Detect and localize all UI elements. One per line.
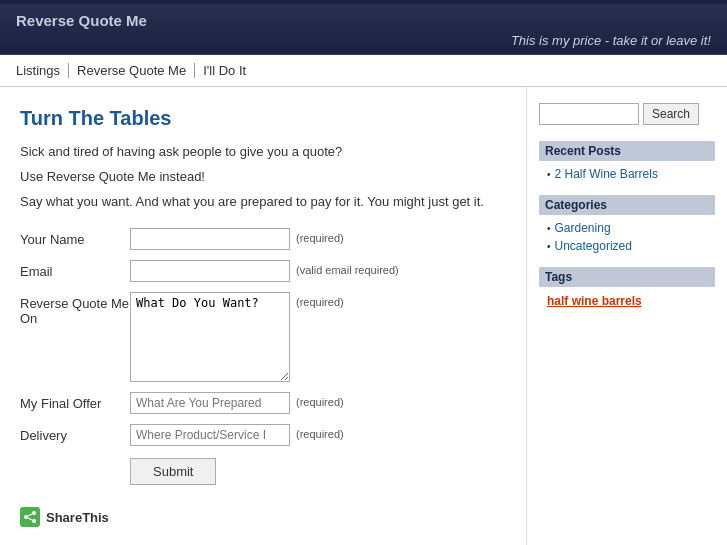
categories-title: Categories [539,195,715,215]
input-final-offer[interactable] [130,392,290,414]
input-name[interactable] [130,228,290,250]
label-final-offer: My Final Offer [20,392,130,411]
input-wrap-email: (valid email required) [130,260,399,282]
category-item-uncategorized: • Uncategorized [547,239,715,253]
form-row-delivery: Delivery (required) [20,424,506,446]
header-subtitle: This is my price - take it or leave it! [16,33,711,48]
categories-list: • Gardening • Uncategorized [539,221,715,253]
sharethis-label: ShareThis [46,510,109,525]
input-reverse-quote[interactable]: What Do You Want? [130,292,290,382]
input-wrap-reverse-quote: What Do You Want? (required) [130,292,344,382]
hint-final-offer: (required) [296,392,344,408]
recent-post-item: • 2 Half Wine Barrels [547,167,715,181]
content-area: Turn The Tables Sick and tired of having… [0,87,527,545]
recent-posts-list: • 2 Half Wine Barrels [539,167,715,181]
nav-reverse-quote-me[interactable]: Reverse Quote Me [69,63,195,78]
category-item-gardening: • Gardening [547,221,715,235]
form-row-final-offer: My Final Offer (required) [20,392,506,414]
input-delivery[interactable] [130,424,290,446]
search-row: Search [539,103,715,125]
hint-reverse-quote: (required) [296,292,344,308]
form-section: Your Name (required) Email (valid email … [20,228,506,485]
svg-line-4 [28,518,32,520]
hint-delivery: (required) [296,424,344,440]
form-row-reverse-quote: Reverse Quote Me On What Do You Want? (r… [20,292,506,382]
sharethis-icon [20,507,40,527]
intro-line-1: Sick and tired of having ask people to g… [20,142,506,163]
sharethis-wrap[interactable]: ShareThis [20,503,506,531]
tags-container: half wine barrels [539,293,715,308]
submit-wrap: Submit [130,458,506,485]
bullet-icon: • [547,223,551,234]
search-input[interactable] [539,103,639,125]
svg-point-2 [32,519,36,523]
nav: Listings Reverse Quote Me I'll Do It [0,55,727,87]
intro-line-2: Use Reverse Quote Me instead! [20,167,506,188]
tags-title: Tags [539,267,715,287]
main-wrapper: Turn The Tables Sick and tired of having… [0,87,727,545]
input-wrap-delivery: (required) [130,424,344,446]
label-email: Email [20,260,130,279]
input-wrap-name: (required) [130,228,344,250]
input-email[interactable] [130,260,290,282]
hint-name: (required) [296,228,344,244]
category-uncategorized-link[interactable]: Uncategorized [555,239,632,253]
bullet-icon: • [547,241,551,252]
page-title: Turn The Tables [20,107,506,130]
header: Reverse Quote Me This is my price - take… [0,4,727,55]
recent-posts-title: Recent Posts [539,141,715,161]
svg-point-0 [32,511,36,515]
tag-half-wine-barrels[interactable]: half wine barrels [547,294,642,308]
header-title: Reverse Quote Me [16,12,711,29]
label-reverse-quote: Reverse Quote Me On [20,292,130,326]
bullet-icon: • [547,169,551,180]
svg-point-1 [24,515,28,519]
search-button[interactable]: Search [643,103,699,125]
sidebar: Search Recent Posts • 2 Half Wine Barrel… [527,87,727,545]
nav-ill-do-it[interactable]: I'll Do It [195,63,254,78]
input-wrap-final-offer: (required) [130,392,344,414]
recent-post-link[interactable]: 2 Half Wine Barrels [555,167,658,181]
form-row-name: Your Name (required) [20,228,506,250]
nav-listings[interactable]: Listings [16,63,69,78]
label-name: Your Name [20,228,130,247]
form-row-email: Email (valid email required) [20,260,506,282]
category-gardening-link[interactable]: Gardening [555,221,611,235]
submit-button[interactable]: Submit [130,458,216,485]
hint-email: (valid email required) [296,260,399,276]
intro-line-3: Say what you want. And what you are prep… [20,192,506,213]
svg-line-3 [28,514,32,516]
label-delivery: Delivery [20,424,130,443]
